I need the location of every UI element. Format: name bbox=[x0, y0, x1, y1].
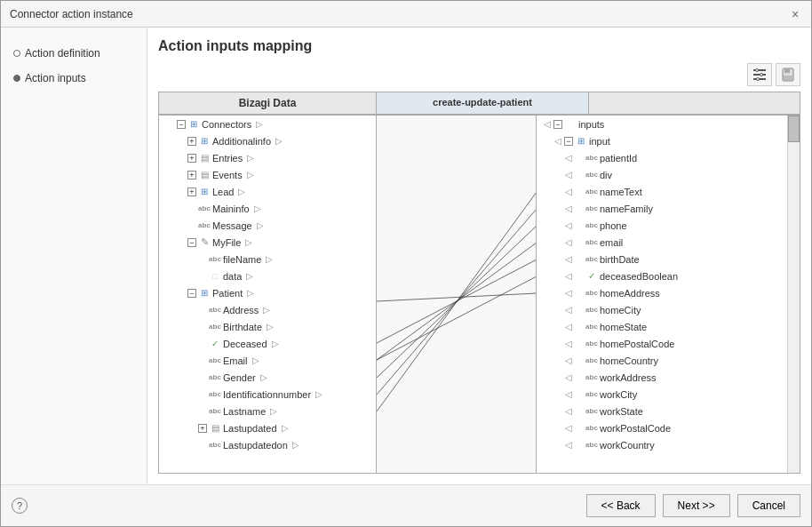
abc-icon: abc bbox=[585, 220, 598, 232]
abc-icon: abc bbox=[209, 439, 221, 451]
expand-icon[interactable]: − bbox=[187, 238, 196, 247]
next-button[interactable]: Next >> bbox=[663, 494, 730, 517]
arrow-right-icon: ▷ bbox=[258, 371, 270, 384]
left-arrow-icon: ◁ bbox=[565, 389, 572, 399]
list-item[interactable]: + ▤ Lastupdated ▷ bbox=[159, 419, 376, 436]
right-column-header: create-update-patient bbox=[377, 92, 588, 114]
list-item[interactable]: abc Message ▷ bbox=[159, 217, 376, 234]
help-button[interactable]: ? bbox=[12, 498, 28, 514]
list-item[interactable]: − ⊞ Connectors ▷ bbox=[159, 116, 376, 132]
list-item[interactable]: abc Email ▷ bbox=[159, 352, 376, 369]
abc-icon: abc bbox=[585, 439, 598, 451]
list-item[interactable]: abc Lastupdatedon ▷ bbox=[159, 436, 376, 453]
list-item[interactable]: ◁ abc homeCity bbox=[537, 301, 787, 318]
sidebar-item-label: Action inputs bbox=[25, 72, 86, 84]
list-item[interactable]: + ⊞ Additionalinfo ▷ bbox=[159, 132, 376, 149]
list-item[interactable]: ◁ abc workPostalCode bbox=[537, 419, 787, 436]
expand-icon[interactable]: − bbox=[187, 289, 196, 298]
left-arrow-icon: ◁ bbox=[565, 153, 572, 163]
list-item[interactable]: + ⊞ Lead ▷ bbox=[159, 183, 376, 200]
expand-icon[interactable]: + bbox=[187, 137, 196, 146]
list-item[interactable]: − ⊞ Patient ▷ bbox=[159, 284, 376, 301]
left-column-header: Bizagi Data bbox=[159, 92, 377, 114]
item-label: patientId bbox=[600, 153, 637, 164]
list-item[interactable]: ◁ abc birthDate bbox=[537, 251, 787, 267]
list-item[interactable]: abc fileName ▷ bbox=[159, 251, 376, 267]
list-item[interactable]: ◁ abc patientId bbox=[537, 149, 787, 166]
left-arrow-icon: ◁ bbox=[565, 271, 572, 281]
list-item[interactable]: ◁ abc nameText bbox=[537, 183, 787, 200]
close-button[interactable]: × bbox=[788, 7, 802, 21]
list-item[interactable]: ◁ − ⊞ input bbox=[537, 132, 787, 149]
list-item[interactable]: ◁ abc homePostalCode bbox=[537, 335, 787, 352]
list-item[interactable]: + ▤ Entries ▷ bbox=[159, 149, 376, 166]
expand-icon[interactable]: + bbox=[187, 171, 196, 180]
list-item[interactable]: abc Address ▷ bbox=[159, 301, 376, 318]
list-item[interactable]: ◁ abc nameFamily bbox=[537, 200, 787, 217]
expand-icon[interactable]: − bbox=[553, 120, 562, 129]
abc-icon: abc bbox=[209, 405, 221, 418]
check-icon: ✓ bbox=[585, 270, 598, 283]
list-item[interactable]: ◁ abc div bbox=[537, 166, 787, 183]
item-label: Address bbox=[223, 305, 259, 315]
abc-icon: abc bbox=[585, 321, 598, 333]
item-label: homeAddress bbox=[600, 288, 660, 299]
list-item[interactable]: ◁ abc homeState bbox=[537, 318, 787, 335]
settings-button[interactable] bbox=[747, 63, 772, 86]
doc-icon: □ bbox=[209, 270, 221, 283]
list-item[interactable]: ◁ abc email bbox=[537, 234, 787, 251]
expand-icon[interactable]: − bbox=[564, 137, 573, 146]
mapping-body[interactable]: − ⊞ Connectors ▷ + ⊞ Additionalinfo ▷ bbox=[159, 116, 800, 473]
sidebar-item-action-definition[interactable]: Action definition bbox=[10, 45, 138, 61]
left-arrow-icon: ◁ bbox=[565, 237, 572, 247]
svg-rect-8 bbox=[784, 76, 792, 80]
folder-icon: ✎ bbox=[198, 236, 211, 249]
list-item[interactable]: abc Lastname ▷ bbox=[159, 403, 376, 419]
expand-icon[interactable]: + bbox=[198, 424, 207, 433]
expand-icon[interactable]: + bbox=[187, 188, 196, 196]
list-item[interactable]: ◁ abc workAddress bbox=[537, 369, 787, 386]
item-label: phone bbox=[600, 220, 627, 231]
back-button[interactable]: << Back bbox=[586, 494, 656, 517]
item-label: Patient bbox=[212, 288, 243, 299]
list-item[interactable]: □ data ▷ bbox=[159, 267, 376, 284]
left-arrow-icon: ◁ bbox=[565, 254, 572, 264]
list-item[interactable]: abc Gender ▷ bbox=[159, 369, 376, 386]
item-label: Birthdate bbox=[223, 322, 262, 332]
list-item[interactable]: ◁ − inputs bbox=[537, 116, 787, 132]
vertical-scrollbar[interactable] bbox=[787, 116, 800, 473]
abc-icon: abc bbox=[585, 203, 598, 215]
list-item[interactable]: ◁ abc homeCountry bbox=[537, 352, 787, 369]
list-item[interactable]: ◁ abc homeAddress bbox=[537, 284, 787, 301]
list-item[interactable]: abc Maininfo ▷ bbox=[159, 200, 376, 217]
item-label: homeCountry bbox=[600, 355, 658, 366]
expand-icon[interactable]: + bbox=[187, 154, 196, 163]
item-label: Lastupdatedon bbox=[223, 440, 288, 451]
list-item[interactable]: ◁ abc phone bbox=[537, 217, 787, 234]
list-item[interactable]: − ✎ MyFile ▷ bbox=[159, 234, 376, 251]
cancel-button[interactable]: Cancel bbox=[737, 494, 800, 517]
abc-icon: abc bbox=[198, 220, 211, 232]
list-item[interactable]: abc Birthdate ▷ bbox=[159, 318, 376, 335]
abc-icon: abc bbox=[209, 355, 221, 367]
expand-icon[interactable]: − bbox=[177, 120, 186, 129]
list-item[interactable]: abc Identificationnumber ▷ bbox=[159, 386, 376, 403]
doc-icon: ▤ bbox=[209, 422, 221, 435]
item-label: Additionalinfo bbox=[212, 136, 271, 147]
save-button[interactable] bbox=[776, 63, 800, 86]
list-item[interactable]: + ▤ Events ▷ bbox=[159, 166, 376, 183]
left-panel: − ⊞ Connectors ▷ + ⊞ Additionalinfo ▷ bbox=[159, 116, 377, 473]
list-item[interactable]: ◁ abc workCity bbox=[537, 386, 787, 403]
list-item[interactable]: ◁ abc workCountry bbox=[537, 436, 787, 453]
item-label: Message bbox=[212, 220, 252, 231]
list-item[interactable]: ◁ abc workState bbox=[537, 403, 787, 419]
item-label: input bbox=[589, 136, 610, 147]
dialog: Connector action instance × Action defin… bbox=[0, 0, 812, 527]
left-arrow-icon: ◁ bbox=[565, 372, 572, 382]
list-item[interactable]: ◁ ✓ deceasedBoolean bbox=[537, 267, 787, 284]
arrow-right-icon: ▷ bbox=[313, 388, 325, 401]
sidebar-item-action-inputs[interactable]: Action inputs bbox=[10, 70, 138, 86]
item-label: fileName bbox=[223, 254, 261, 265]
item-label: Events bbox=[212, 170, 243, 180]
list-item[interactable]: ✓ Deceased ▷ bbox=[159, 335, 376, 352]
